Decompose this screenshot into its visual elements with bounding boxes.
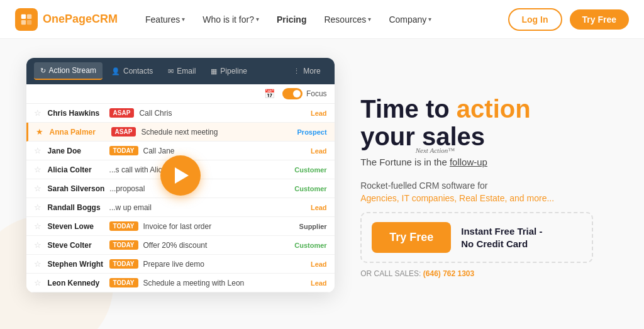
nav-item-resources[interactable]: Resources ▾ <box>316 9 379 30</box>
table-row: ☆ Randall Boggs ...w up email Lead <box>26 198 335 217</box>
headline: Time to action your sales <box>360 95 626 150</box>
widget-toolbar: 📅 Focus <box>26 84 335 104</box>
star-icon[interactable]: ☆ <box>34 240 43 250</box>
star-icon[interactable]: ☆ <box>34 108 43 118</box>
contact-type: Lead <box>311 204 327 211</box>
contact-type: Lead <box>311 109 327 117</box>
tab-contacts[interactable]: 👤 Contacts <box>105 63 159 79</box>
star-icon[interactable]: ☆ <box>34 184 43 193</box>
svg-rect-1 <box>27 14 31 18</box>
star-icon[interactable]: ☆ <box>34 165 43 174</box>
cta-box: Try Free Instant Free Trial - No Credit … <box>360 212 593 263</box>
status-badge: TODAY <box>109 221 138 231</box>
table-row: ☆ Steve Colter TODAY Offer 20% discount … <box>26 236 335 255</box>
next-action-label: Next Action™ <box>416 145 455 156</box>
crm-widget: ↻ Action Stream 👤 Contacts ✉ Email ▦ Pip… <box>26 58 335 293</box>
star-icon[interactable]: ☆ <box>34 146 43 155</box>
contact-type: Customer <box>294 185 326 192</box>
tagline-section: Rocket-fuelled CRM software for Agencies… <box>360 181 626 203</box>
status-badge: TODAY <box>109 259 138 269</box>
contact-type: Customer <box>294 166 326 174</box>
cta-text-line2: No Credit Card <box>461 238 542 250</box>
chevron-down-icon: ▾ <box>182 16 185 23</box>
focus-toggle-switch[interactable] <box>282 88 303 99</box>
table-row: ☆ Stephen Wright TODAY Prepare live demo… <box>26 255 335 274</box>
email-icon: ✉ <box>168 67 174 75</box>
table-row: ☆ Leon Kennedy TODAY Schedule a meeting … <box>26 274 335 293</box>
tab-more[interactable]: ⋮ More <box>287 63 326 79</box>
svg-rect-2 <box>21 20 26 24</box>
phone-link[interactable]: (646) 762 1303 <box>423 269 474 278</box>
widget-tabs: ↻ Action Stream 👤 Contacts ✉ Email ▦ Pip… <box>26 58 335 84</box>
tab-pipeline[interactable]: ▦ Pipeline <box>204 63 253 79</box>
nav-links: Features ▾ Who is it for? ▾ Pricing Reso… <box>138 9 508 30</box>
tagline-text: Rocket-fuelled CRM software for <box>360 181 626 191</box>
contact-type: Lead <box>311 147 327 155</box>
tab-action-stream[interactable]: ↻ Action Stream <box>34 62 103 80</box>
star-icon[interactable]: ☆ <box>34 259 43 269</box>
cta-text-line1: Instant Free Trial - <box>461 225 542 238</box>
or-call-text: OR CALL SALES: (646) 762 1303 <box>360 269 626 278</box>
industries-text: Agencies, IT companies, Real Estate, and… <box>360 193 626 203</box>
contact-type: Prospect <box>297 128 327 136</box>
logo[interactable]: OnePageCRM <box>15 8 118 31</box>
tab-email[interactable]: ✉ Email <box>162 63 202 79</box>
star-icon[interactable]: ☆ <box>34 203 43 212</box>
main-content: ↻ Action Stream 👤 Contacts ✉ Email ▦ Pip… <box>0 39 644 329</box>
nav-item-features[interactable]: Features ▾ <box>138 9 192 30</box>
logo-icon <box>15 8 38 31</box>
svg-rect-0 <box>21 14 26 18</box>
status-badge: ASAP <box>109 108 135 118</box>
play-triangle-icon <box>175 167 189 184</box>
chevron-down-icon: ▾ <box>256 16 259 23</box>
pipeline-icon: ▦ <box>211 67 217 75</box>
navbar: OnePageCRM Features ▾ Who is it for? ▾ P… <box>0 0 644 39</box>
contact-type: Lead <box>311 279 327 287</box>
login-button[interactable]: Log In <box>508 8 562 31</box>
contacts-icon: 👤 <box>111 67 120 75</box>
table-row: ★ Anna Palmer ASAP Schedule next meeting… <box>26 123 335 142</box>
status-badge: TODAY <box>109 146 138 155</box>
logo-text: OnePageCRM <box>43 13 118 26</box>
contacts-list: ☆ Chris Hawkins ASAP Call Chris Lead ★ A… <box>26 104 335 293</box>
nav-item-company[interactable]: Company ▾ <box>381 9 439 30</box>
table-row: ☆ Steven Lowe TODAY Invoice for last ord… <box>26 217 335 236</box>
cta-description: Instant Free Trial - No Credit Card <box>461 225 542 250</box>
nav-actions: Log In Try Free <box>508 8 629 31</box>
subheadline: Next Action™ The Fortune is in the follo… <box>360 155 487 170</box>
svg-rect-3 <box>27 20 31 24</box>
star-icon[interactable]: ☆ <box>34 278 43 287</box>
focus-toggle[interactable]: Focus <box>282 88 327 99</box>
chevron-down-icon: ▾ <box>428 16 431 23</box>
chevron-down-icon: ▾ <box>368 16 371 23</box>
contact-type: Lead <box>311 260 327 268</box>
try-free-nav-button[interactable]: Try Free <box>570 9 629 30</box>
nav-item-pricing[interactable]: Pricing <box>269 9 314 30</box>
more-icon: ⋮ <box>293 67 300 75</box>
play-button[interactable] <box>160 155 201 196</box>
star-icon[interactable]: ☆ <box>34 221 43 231</box>
contact-type: Customer <box>294 242 326 249</box>
left-panel: ↻ Action Stream 👤 Contacts ✉ Email ▦ Pip… <box>0 39 354 329</box>
nav-item-who[interactable]: Who is it for? ▾ <box>195 9 267 30</box>
subheadline-wrap: Next Action™ The Fortune is in the follo… <box>360 155 626 172</box>
try-free-main-button[interactable]: Try Free <box>372 222 451 253</box>
calendar-icon[interactable]: 📅 <box>264 89 275 99</box>
contact-type: Supplier <box>299 223 327 230</box>
table-row: ☆ Chris Hawkins ASAP Call Chris Lead <box>26 104 335 123</box>
status-badge: ASAP <box>111 127 136 137</box>
action-stream-icon: ↻ <box>40 67 46 75</box>
status-badge: TODAY <box>109 278 138 287</box>
right-panel: Time to action your sales Next Action™ T… <box>354 39 644 329</box>
status-badge: TODAY <box>109 240 138 250</box>
star-icon[interactable]: ★ <box>36 127 45 137</box>
